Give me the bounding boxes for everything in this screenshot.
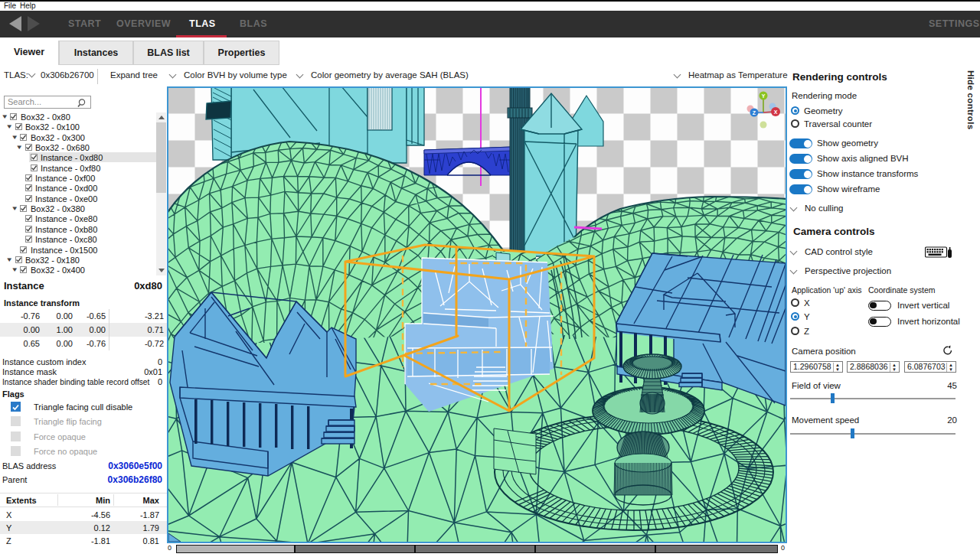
svg-text:X: X [774,109,778,115]
svg-text:Z: Z [753,110,756,116]
svg-text:Y: Y [762,93,766,99]
